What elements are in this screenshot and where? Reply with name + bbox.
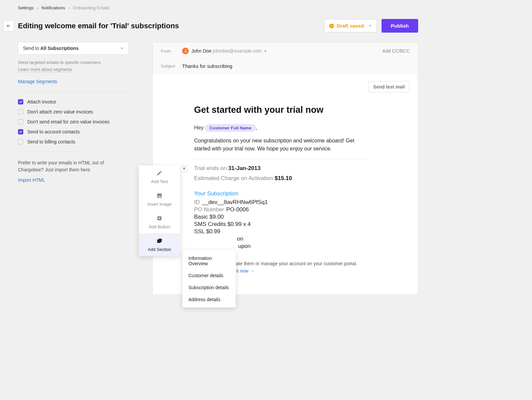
checkbox[interactable] [18,99,23,104]
segment-value: All Subscriptions [40,46,79,51]
add-text[interactable]: Add Text [139,165,180,188]
caret-down-icon: ▼ [369,24,372,28]
section-menu-item[interactable]: Subscription details [182,282,236,294]
subscription-id: ID __dev__8avRHNw6PfSq1 [194,199,370,206]
page-title: Editing welcome email for 'Trial' subscr… [18,22,324,30]
cards-icon [141,238,178,245]
check-circle-icon [329,24,334,28]
line-item: SMS Credits $0.99 x 4 [194,221,370,228]
close-button[interactable]: × [181,165,187,172]
draft-saved-dropdown[interactable]: Draft saved ▼ [324,19,377,32]
add-item-label: Add Button [141,224,178,229]
send-test-button[interactable]: Send test mail [368,81,410,93]
segment-help: Send targeted emails to specific custome… [18,59,129,66]
breadcrumb-notifications[interactable]: Notifications [42,5,65,10]
draft-label: Draft saved [337,23,364,29]
from-name: John Doe [191,48,211,54]
arrow-left-icon [6,23,11,29]
checkbox[interactable] [18,119,23,124]
checkbox[interactable] [18,109,23,114]
caret-down-icon[interactable]: ▼ [264,49,267,53]
subject-label: Subject [161,64,182,69]
subject-text[interactable]: Thanks for subscribing [182,63,232,69]
add-section[interactable]: Add Section [139,233,180,256]
plus-box-icon [141,215,178,222]
checkbox[interactable] [18,129,23,134]
add-cc-bcc[interactable]: Add CC/BCC [383,48,410,54]
chevron-right-icon: › [37,5,38,10]
add-item-label: Add Text [141,179,178,184]
add-button[interactable]: Add Button [139,211,180,233]
email-greeting[interactable]: Hey Customer Full Name, [194,124,370,131]
obscured-line: upon [194,243,370,250]
checkbox-label: Send to billing contacts [27,139,75,144]
breadcrumb-current: Onboarding Emails [73,5,110,10]
svg-rect-2 [158,239,162,243]
add-item-label: Add Section [141,247,178,252]
add-block-panel: × Add TextInsert ImageAdd ButtonAdd Sect… [139,165,180,256]
section-type-menu: Information OverviewCustomer detailsSubs… [182,250,236,307]
estimated-charge-line: Estimated Charge on Activation $15.10 [194,175,370,182]
breadcrumb-settings[interactable]: Settings [18,5,34,10]
breadcrumb: Settings › Notifications › Onboarding Em… [0,0,421,13]
avatar: J [182,48,189,54]
email-paragraph[interactable]: Congratulations on your new subscription… [194,137,370,153]
section-menu-item[interactable]: Information Overview [182,252,236,270]
segment-select[interactable]: Send to All Subscriptions ▼ [18,42,129,55]
email-heading[interactable]: Get started with your trial now [194,104,370,116]
option-1[interactable]: Don't attach zero value invoices [18,109,129,114]
from-label: From [161,49,182,54]
import-html-link[interactable]: Import HTML [18,177,129,183]
insert-image[interactable]: Insert Image [139,188,180,211]
po-number: PO Number PO-0006 [194,206,370,213]
learn-segments-link[interactable]: Learn more about segments [18,67,72,72]
import-help: Prefer to write your emails in HTML out … [18,159,129,173]
option-3[interactable]: Send to account contacts [18,129,129,134]
line-item: SSL $0.99 [194,228,370,235]
segment-prefix: Send to [23,46,40,51]
section-menu-item[interactable]: Address details [182,294,236,305]
checkbox[interactable] [18,139,23,144]
checkbox-label: Don't attach zero value invoices [27,109,93,114]
subscription-title[interactable]: Your Subscription [194,190,370,197]
merge-variable[interactable]: Customer Full Name [205,124,256,131]
add-item-label: Insert Image [141,202,178,207]
manage-segments-link[interactable]: Manage Segments [18,79,129,84]
caret-down-icon: ▼ [120,47,124,50]
pencil-icon [141,170,178,177]
checkbox-label: Don't send email for zero value invoices [27,119,110,124]
checkbox-label: Send to account contacts [27,129,80,134]
back-button[interactable] [3,21,14,31]
obscured-line: on [194,236,370,242]
trial-end-line: Trial ends on 31-Jan-2013 [194,165,370,172]
option-4[interactable]: Send to billing contacts [18,139,129,144]
option-0[interactable]: Attach invoice [18,99,129,104]
line-item: Basic $9.00 [194,214,370,220]
from-email: johndoe@example.com [213,48,262,54]
section-menu-item[interactable]: Customer details [182,270,236,282]
chevron-right-icon: › [68,5,70,10]
publish-button[interactable]: Publish [382,19,418,33]
option-2[interactable]: Don't send email for zero value invoices [18,119,129,124]
image-icon [141,193,178,200]
checkbox-label: Attach invoice [27,99,56,104]
